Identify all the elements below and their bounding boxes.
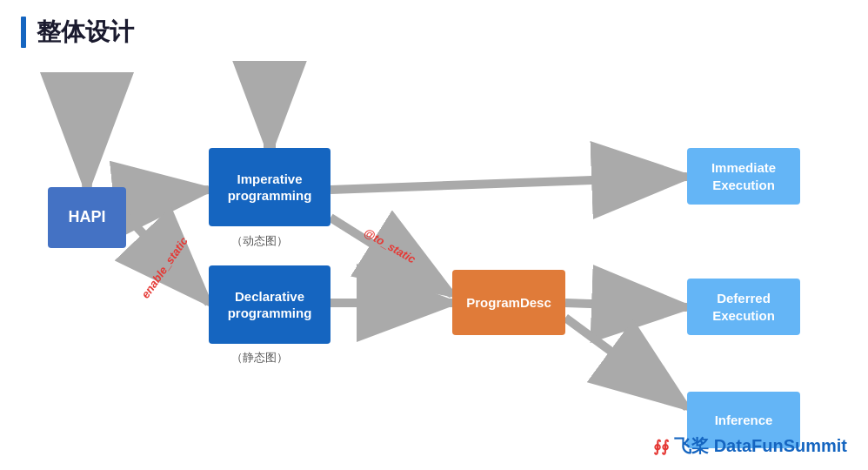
programdesc-label: ProgramDesc [466,294,551,312]
title-accent [21,17,26,48]
footer-text: 飞桨 DataFunSummit [674,434,847,458]
svg-line-10 [565,318,687,407]
page-title: 整体设计 [37,16,134,49]
inference-label: Inference [715,412,773,429]
to-static-label: @to_static [362,225,418,265]
immediate-execution-label: Immediate Execution [687,159,800,193]
hapi-box: HAPI [48,187,126,248]
svg-line-9 [565,303,687,307]
svg-line-6 [331,177,687,190]
svg-line-7 [331,218,452,294]
title-bar: 整体设计 [0,0,868,57]
enable-static-label: enable_static [138,234,190,300]
hapi-label: HAPI [68,207,105,227]
declarative-label: Declarative programming [209,288,331,322]
programdesc-box: ProgramDesc [452,270,565,335]
diagram: HAPI Imperative programming （动态图） Declar… [0,61,868,461]
declarative-sublabel: （静态图） [231,350,288,366]
footer: ∮∮ 飞桨 DataFunSummit [653,434,847,458]
imperative-sublabel: （动态图） [231,233,288,249]
imperative-label: Imperative programming [209,171,331,205]
immediate-execution-box: Immediate Execution [687,148,800,205]
imperative-box: Imperative programming [209,148,331,226]
deferred-execution-label: Deferred Execution [687,290,800,324]
svg-line-4 [126,190,209,198]
declarative-box: Declarative programming [209,265,331,344]
footer-logo: ∮∮ [653,437,669,456]
deferred-execution-box: Deferred Execution [687,279,800,335]
